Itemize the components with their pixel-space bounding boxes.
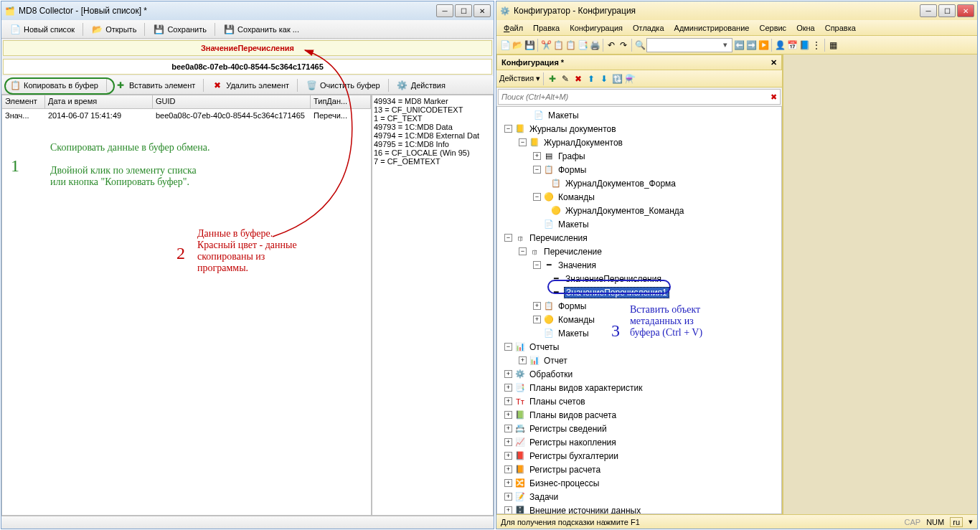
expand-icon[interactable]: + (504, 384, 512, 392)
folder-icon: 📄 (543, 219, 555, 229)
search-input[interactable] (501, 93, 771, 101)
search-box[interactable]: ✖ (498, 89, 781, 105)
expand-icon[interactable]: + (504, 370, 512, 378)
list-header: Элемент Дата и время GUID ТипДан... (1, 95, 372, 109)
collapse-icon[interactable]: − (519, 247, 527, 255)
paste-icon[interactable]: 📋 (565, 39, 576, 51)
down-icon[interactable]: ⬇ (598, 73, 610, 85)
titlebar[interactable]: ⚙️ Конфигуратор - Конфигурация ─ ☐ ✕ (496, 1, 977, 20)
menu-service[interactable]: Сервис (755, 22, 791, 34)
sort-icon[interactable]: 🔃 (611, 73, 623, 85)
menu-help[interactable]: Справка (821, 22, 860, 34)
titlebar[interactable]: 🗂️ MD8 Collector - [Новый список] * ─ ☐ … (1, 1, 494, 20)
run-icon[interactable]: ▶️ (758, 39, 769, 51)
status-num: NUM (926, 518, 944, 526)
cut-icon[interactable]: ✂️ (540, 39, 552, 51)
side-format-list[interactable]: 49934 = MD8 Marker 13 = CF_UNICODETEXT 1… (372, 95, 494, 516)
menu-edit[interactable]: Правка (529, 22, 564, 34)
collapse-icon[interactable]: − (519, 138, 527, 146)
filter-icon[interactable]: ⚗️ (624, 73, 636, 85)
folder-icon: 📄 (543, 328, 555, 339)
minimize-button[interactable]: ─ (920, 4, 937, 17)
redo-icon[interactable]: ↷ (618, 39, 629, 51)
add-icon[interactable]: ✚ (547, 73, 558, 85)
calendar-icon[interactable]: 📅 (786, 39, 798, 51)
clear-search-icon[interactable]: ✖ (771, 93, 777, 102)
more-icon[interactable]: ⋮ (811, 39, 822, 51)
save-as-button[interactable]: 💾Сохранить как ... (218, 22, 304, 37)
search-icon[interactable]: 🔍 (634, 39, 646, 51)
expand-icon[interactable]: + (504, 493, 512, 501)
expand-icon[interactable]: + (504, 506, 512, 514)
panel-close-icon[interactable]: ✕ (771, 58, 777, 67)
expand-icon[interactable]: + (533, 316, 541, 323)
up-icon[interactable]: ⬆ (585, 73, 597, 85)
col-guid[interactable]: GUID (153, 95, 311, 108)
expand-icon[interactable]: + (504, 397, 512, 405)
collapse-icon[interactable]: − (533, 261, 541, 269)
new-list-button[interactable]: 📄Новый список (4, 22, 80, 37)
print-icon[interactable]: 🖨️ (589, 39, 600, 51)
report-icon: 📊 (514, 342, 526, 352)
edit-icon[interactable]: ✎ (560, 73, 571, 85)
collapse-icon[interactable]: − (533, 166, 541, 174)
collapse-icon[interactable]: − (504, 125, 512, 133)
menu-windows[interactable]: Окна (792, 22, 819, 34)
collapse-icon[interactable]: − (504, 234, 512, 242)
chevron-down-icon[interactable]: ▾ (969, 517, 973, 526)
save-button[interactable]: 💾Сохранить (148, 22, 212, 37)
expand-icon[interactable]: + (504, 479, 512, 487)
syntax-icon[interactable]: 📘 (798, 39, 810, 51)
user-icon[interactable]: 👤 (774, 39, 786, 51)
copy2-icon[interactable]: 📑 (577, 39, 588, 51)
expand-icon[interactable]: + (504, 438, 512, 446)
actions-dropdown[interactable]: Действия ▾ (499, 74, 540, 83)
new-icon[interactable]: 📄 (499, 39, 511, 51)
col-datetime[interactable]: Дата и время (45, 95, 153, 108)
save-icon[interactable]: 💾 (524, 39, 535, 51)
nav-back-icon[interactable]: ⬅️ (733, 39, 745, 51)
col-element[interactable]: Элемент (2, 95, 45, 108)
collapse-icon[interactable]: − (504, 343, 512, 351)
maximize-button[interactable]: ☐ (455, 4, 472, 17)
list-item[interactable]: Знач... 2014-06-07 15:41:49 bee0a08c-07e… (2, 109, 371, 122)
close-button[interactable]: ✕ (957, 4, 974, 17)
menu-debug[interactable]: Отладка (628, 22, 668, 34)
open-icon[interactable]: 📂 (512, 39, 523, 51)
nav-fwd-icon[interactable]: ➡️ (745, 39, 757, 51)
actions-button[interactable]: ⚙️Действия (392, 77, 451, 93)
delete-icon: ✖ (212, 80, 223, 91)
selected-enum-value[interactable]: ЗначениеПеречисления1 (564, 287, 669, 298)
new-icon: 📄 (9, 24, 21, 35)
search-combo[interactable]: ▾ (646, 38, 732, 52)
open-button[interactable]: 📂Открыть (86, 22, 141, 37)
format-line: 49795 = 1C:MD8 Info (374, 140, 491, 148)
expand-icon[interactable]: + (504, 411, 512, 419)
panel-icon[interactable]: ▦ (827, 39, 839, 51)
info-reg-icon: 📇 (514, 424, 526, 434)
delete-element-button[interactable]: ✖Удалить элемент (207, 77, 294, 93)
menu-admin[interactable]: Администрирование (670, 22, 754, 34)
expand-icon[interactable]: + (533, 152, 541, 160)
expand-icon[interactable]: + (504, 465, 512, 473)
expand-icon[interactable]: + (504, 452, 512, 460)
menu-config[interactable]: Конфигурация (565, 22, 627, 34)
delete-icon[interactable]: ✖ (573, 73, 584, 85)
copy-buffer-button[interactable]: 📋Копировать в буфер (4, 77, 103, 93)
expand-icon[interactable]: + (519, 356, 527, 364)
task-icon: 📝 (514, 492, 526, 502)
clear-buffer-button[interactable]: 🗑️Очистить буфер (301, 77, 385, 93)
collapse-icon[interactable]: − (533, 193, 541, 201)
form-icon: 📋 (543, 301, 555, 311)
expand-icon[interactable]: + (504, 425, 512, 432)
insert-element-button[interactable]: ✚Вставить элемент (110, 77, 200, 93)
menu-file[interactable]: Файл (499, 22, 527, 34)
expand-icon[interactable]: + (533, 302, 541, 310)
save-as-icon: 💾 (223, 24, 235, 35)
close-button[interactable]: ✕ (473, 4, 491, 17)
minimize-button[interactable]: ─ (436, 4, 453, 17)
maximize-button[interactable]: ☐ (938, 4, 956, 17)
copy-icon[interactable]: 📋 (552, 39, 564, 51)
undo-icon[interactable]: ↶ (606, 39, 617, 51)
col-type[interactable]: ТипДан... (311, 95, 371, 108)
